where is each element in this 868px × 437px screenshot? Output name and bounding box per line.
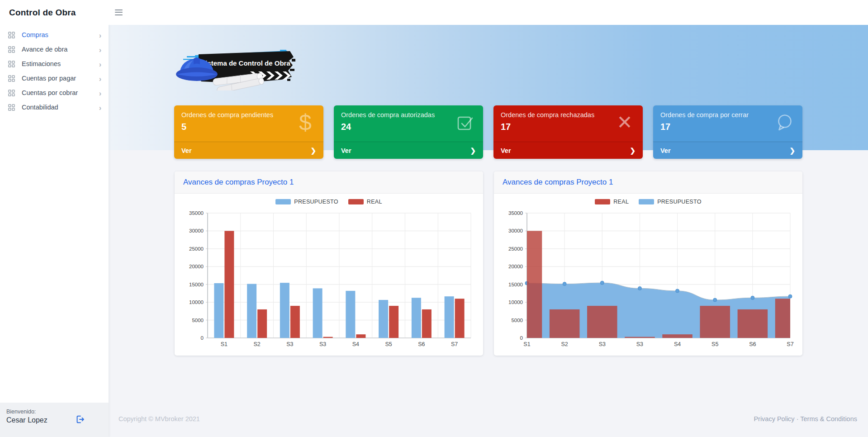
terms-link[interactable]: Terms & Conditions	[800, 415, 857, 423]
svg-text:S6: S6	[749, 341, 756, 347]
panel-title: Avances de compras Proyecto 1	[183, 178, 294, 187]
avances-bar-chart[interactable]: 05000100001500020000250003000035000S1S2S…	[182, 209, 475, 350]
sidebar-item-label: Cuentas por pagar	[22, 75, 76, 82]
sidebar: Compras›Avance de obra›Estimaciones›Cuen…	[0, 25, 109, 437]
chart-legend: REALPRESUPUESTO	[494, 197, 802, 207]
chevron-right-icon: ›	[99, 60, 101, 67]
app-title: Control de Obra	[9, 0, 76, 25]
panel-header: Avances de compras Proyecto 1	[494, 171, 802, 194]
chevron-right-icon: ❯	[310, 147, 316, 155]
kpi-card-2: Ordenes de compra rechazadas17✕Ver❯	[493, 105, 643, 159]
sidebar-item-label: Cuentas por cobrar	[22, 89, 78, 96]
check-square-icon	[453, 110, 477, 135]
svg-text:0: 0	[520, 335, 523, 341]
card-body: Ordenes de compra pendientes5$	[174, 105, 323, 142]
svg-text:25000: 25000	[189, 246, 204, 252]
svg-text:S5: S5	[711, 341, 718, 347]
card-body: Ordenes de compra por cerrar17	[653, 105, 802, 142]
svg-text:S1: S1	[221, 341, 228, 347]
svg-text:5000: 5000	[192, 318, 204, 323]
chat-bubble-icon	[773, 110, 796, 135]
svg-text:30000: 30000	[189, 228, 204, 233]
sidebar-item-contabilidad[interactable]: Contabilidad›	[0, 100, 109, 114]
svg-text:S4: S4	[352, 341, 359, 347]
svg-text:25000: 25000	[508, 246, 523, 252]
panel-header: Avances de compras Proyecto 1	[175, 171, 483, 194]
logo-banner-text: Sistema de Control de Obra	[201, 59, 290, 67]
svg-text:S3: S3	[599, 341, 606, 347]
svg-text:S1: S1	[523, 341, 530, 347]
sidebar-item-label: Contabilidad	[22, 104, 58, 111]
svg-text:0: 0	[201, 335, 204, 341]
chevron-right-icon: ›	[99, 45, 101, 53]
legend-label: REAL	[367, 199, 382, 205]
top-header: Control de Obra	[0, 0, 868, 25]
svg-text:35000: 35000	[508, 210, 523, 216]
welcome-label: Bienvenido:	[6, 408, 102, 415]
chevron-right-icon: ›	[99, 89, 101, 96]
logout-icon[interactable]	[75, 414, 85, 424]
svg-text:S3: S3	[319, 341, 326, 347]
legend-swatch	[348, 199, 364, 204]
menu-toggle-icon[interactable]	[115, 9, 124, 16]
grid-icon	[8, 32, 15, 38]
card-ver-link[interactable]: Ver❯	[493, 142, 643, 159]
chevron-right-icon: ›	[99, 74, 101, 82]
app-logo: Sistema de Control de Obra	[173, 45, 302, 90]
svg-text:S7: S7	[451, 341, 458, 347]
chevron-right-icon: ❯	[789, 147, 795, 155]
kpi-card-0: Ordenes de compra pendientes5$Ver❯	[174, 105, 323, 159]
legal-links: Privacy Policy · Terms & Conditions	[754, 415, 857, 423]
svg-text:S4: S4	[674, 341, 681, 347]
chevron-right-icon: ›	[99, 31, 101, 38]
svg-text:S6: S6	[418, 341, 425, 347]
svg-text:S2: S2	[253, 341, 260, 347]
panel-title: Avances de compras Proyecto 1	[503, 178, 613, 187]
sidebar-item-label: Estimaciones	[22, 60, 61, 67]
chart-panel-left: Avances de compras Proyecto 1 PRESUPUEST…	[175, 171, 483, 356]
sidebar-item-cuentas-por-pagar[interactable]: Cuentas por pagar›	[0, 71, 109, 86]
svg-text:30000: 30000	[508, 228, 523, 233]
grid-icon	[8, 75, 15, 82]
svg-text:20000: 20000	[189, 264, 204, 269]
chevron-right-icon: ❯	[630, 147, 636, 155]
svg-text:15000: 15000	[189, 282, 204, 287]
legend-item-real[interactable]: REAL	[595, 199, 629, 205]
sidebar-item-compras[interactable]: Compras›	[0, 28, 109, 42]
legend-swatch	[275, 199, 291, 204]
chevron-right-icon: ❯	[470, 147, 476, 155]
svg-text:10000: 10000	[508, 299, 523, 305]
grid-icon	[8, 104, 15, 111]
sidebar-item-label: Avance de obra	[22, 46, 67, 53]
user-name: Cesar Lopez	[6, 416, 102, 424]
legend-label: PRESUPUESTO	[657, 199, 702, 205]
legend-swatch	[639, 199, 654, 204]
privacy-policy-link[interactable]: Privacy Policy	[754, 415, 794, 423]
chart-legend: PRESUPUESTOREAL	[175, 197, 483, 207]
legend-item-real[interactable]: REAL	[348, 199, 382, 205]
svg-text:S3: S3	[636, 341, 643, 347]
sidebar-item-estimaciones[interactable]: Estimaciones›	[0, 57, 109, 71]
legend-swatch	[595, 199, 610, 204]
svg-text:S7: S7	[787, 341, 793, 347]
grid-icon	[8, 46, 15, 53]
svg-text:S5: S5	[385, 341, 392, 347]
avances-area-bar-chart[interactable]: 05000100001500020000250003000035000S1S2S…	[502, 209, 795, 350]
svg-text:20000: 20000	[508, 264, 523, 269]
chart-panel-right: Avances de compras Proyecto 1 REALPRESUP…	[494, 171, 802, 356]
kpi-card-1: Ordenes de compra autorizadas24Ver❯	[334, 105, 483, 159]
legend-item-presupuesto[interactable]: PRESUPUESTO	[275, 199, 338, 205]
card-ver-link[interactable]: Ver❯	[334, 142, 483, 159]
card-body: Ordenes de compra rechazadas17✕	[493, 105, 643, 142]
card-ver-link[interactable]: Ver❯	[653, 142, 802, 159]
chevron-right-icon: ›	[99, 103, 101, 111]
sidebar-item-cuentas-por-cobrar[interactable]: Cuentas por cobrar›	[0, 86, 109, 100]
card-ver-link[interactable]: Ver❯	[174, 142, 323, 159]
sidebar-user-panel: Bienvenido: Cesar Lopez	[0, 403, 109, 437]
grid-icon	[8, 90, 15, 96]
sidebar-item-avance-de-obra[interactable]: Avance de obra›	[0, 42, 109, 57]
svg-text:S2: S2	[561, 341, 568, 347]
kpi-cards-row: Ordenes de compra pendientes5$Ver❯Ordene…	[174, 105, 802, 159]
svg-text:5000: 5000	[511, 318, 523, 323]
legend-item-presupuesto[interactable]: PRESUPUESTO	[639, 199, 702, 205]
